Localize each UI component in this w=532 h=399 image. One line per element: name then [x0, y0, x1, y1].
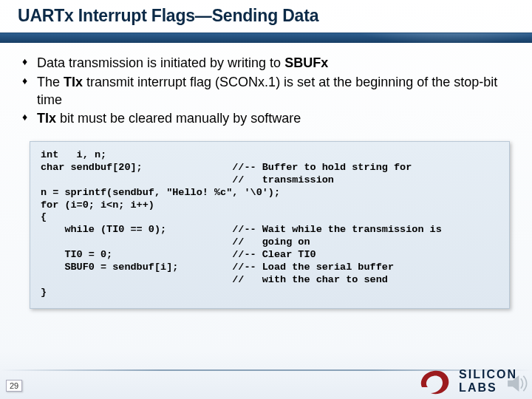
bullet-item: TIx bit must be cleared manually by soft… — [22, 110, 511, 128]
speaker-icon — [504, 371, 529, 396]
bullet-list: Data transmission is initiated by writin… — [0, 38, 532, 128]
bullet-text-pre: Data transmission is initiated by writin… — [37, 55, 284, 70]
title-band: UARTx Interrupt Flags—Sending Data — [0, 0, 532, 38]
page-number: 29 — [6, 380, 22, 392]
bullet-text-bold: SBUFx — [284, 55, 328, 70]
bullet-text-post: bit must be cleared manually by software — [56, 111, 301, 126]
title-underline — [0, 33, 532, 43]
bullet-text-bold: TIx — [37, 111, 56, 126]
bullet-text-bold: TIx — [64, 75, 83, 89]
bullet-item: Data transmission is initiated by writin… — [22, 55, 511, 72]
code-block: int i, n; char sendbuf[20]; //-- Buffer … — [30, 141, 510, 309]
slide-title: UARTx Interrupt Flags—Sending Data — [18, 6, 532, 26]
logo-swirl-icon — [417, 366, 451, 396]
bullet-item: The TIx transmit interrupt flag (SCONx.1… — [22, 74, 511, 109]
slide: UARTx Interrupt Flags—Sending Data Data … — [0, 0, 532, 399]
bullet-text-post: transmit interrupt flag (SCONx.1) is set… — [37, 75, 497, 107]
logo: SILICON LABS — [417, 366, 517, 396]
bullet-text-pre: The — [37, 75, 64, 89]
